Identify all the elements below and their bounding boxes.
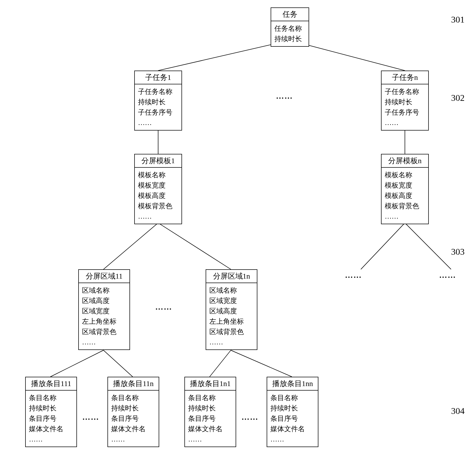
field: 持续时长 <box>188 403 232 413</box>
node-title: 分屏模板n <box>381 154 429 168</box>
svg-line-9 <box>103 350 133 377</box>
svg-line-11 <box>231 350 292 377</box>
row-label-304: 304 <box>451 406 465 416</box>
field: 区域高度 <box>82 296 126 306</box>
node-item-1nn: 播放条目1nn 条目名称 持续时长 条目序号 媒体文件名 …… <box>267 377 318 447</box>
node-task-title: 任务 <box>271 7 309 21</box>
field: …… <box>111 434 155 444</box>
node-title: 子任务1 <box>134 71 182 84</box>
field: …… <box>209 337 254 347</box>
field: 区域背景色 <box>209 327 254 337</box>
node-subtask-n: 子任务n 子任务名称 持续时长 子任务序号 …… <box>381 71 429 131</box>
ellipsis: …… <box>345 271 362 280</box>
row-label-303: 303 <box>451 247 465 257</box>
node-body: 条目名称 持续时长 条目序号 媒体文件名 …… <box>184 391 236 447</box>
field: 模板名称 <box>385 170 425 180</box>
node-body: 模板名称 模板宽度 模板高度 模板背景色 …… <box>134 168 182 224</box>
svg-line-4 <box>103 223 158 269</box>
field: 子任务名称 <box>385 86 425 97</box>
field: 区域名称 <box>209 285 254 296</box>
field: 媒体文件名 <box>270 424 315 434</box>
node-item-1n1: 播放条目1n1 条目名称 持续时长 条目序号 媒体文件名 …… <box>184 377 236 447</box>
field: 区域宽度 <box>209 296 254 306</box>
field: 模板高度 <box>385 191 425 201</box>
node-title: 分屏区域1n <box>206 269 257 283</box>
field: …… <box>188 434 232 444</box>
field: 左上角坐标 <box>209 316 254 327</box>
field: 区域名称 <box>82 285 126 296</box>
node-body: 模板名称 模板宽度 模板高度 模板背景色 …… <box>381 168 429 224</box>
tree-diagram: 301 302 303 304 任务 任务名称 持续时长 子任务1 子任务名称 … <box>0 0 476 450</box>
row-label-301: 301 <box>451 15 465 25</box>
field: …… <box>385 118 425 128</box>
field: …… <box>82 337 126 347</box>
ellipsis: …… <box>155 302 172 311</box>
field: 模板高度 <box>138 191 178 201</box>
field: 区域宽度 <box>82 306 126 316</box>
ellipsis: …… <box>82 413 99 422</box>
field: 条目序号 <box>188 413 232 424</box>
field: 模板名称 <box>138 170 178 180</box>
svg-line-0 <box>158 40 290 71</box>
field: 条目名称 <box>111 393 155 403</box>
svg-line-7 <box>405 223 451 269</box>
field: 模板背景色 <box>138 201 178 211</box>
node-body: 区域名称 区域宽度 区域高度 左上角坐标 区域背景色 …… <box>206 283 257 350</box>
field: 区域高度 <box>209 306 254 316</box>
field: …… <box>270 434 315 444</box>
svg-line-8 <box>50 350 103 377</box>
field: 媒体文件名 <box>111 424 155 434</box>
field: 区域背景色 <box>82 327 126 337</box>
node-body: 子任务名称 持续时长 子任务序号 …… <box>381 84 429 131</box>
node-template-n: 分屏模板n 模板名称 模板宽度 模板高度 模板背景色 …… <box>381 154 429 224</box>
svg-line-10 <box>210 350 231 377</box>
field: 持续时长 <box>385 97 425 107</box>
node-body: 条目名称 持续时长 条目序号 媒体文件名 …… <box>107 391 159 447</box>
ellipsis: …… <box>241 413 258 422</box>
node-region-11: 分屏区域11 区域名称 区域高度 区域宽度 左上角坐标 区域背景色 …… <box>78 269 130 350</box>
field: 条目序号 <box>270 413 315 424</box>
node-title: 播放条目1n1 <box>184 377 236 391</box>
field: 左上角坐标 <box>82 316 126 327</box>
node-body: 条目名称 持续时长 条目序号 媒体文件名 …… <box>267 391 318 447</box>
svg-line-6 <box>361 223 405 269</box>
field: 持续时长 <box>29 403 73 413</box>
node-title: 分屏区域11 <box>78 269 130 283</box>
ellipsis: …… <box>276 92 293 101</box>
row-label-302: 302 <box>451 93 465 103</box>
field: 模板宽度 <box>138 180 178 191</box>
node-subtask-1: 子任务1 子任务名称 持续时长 子任务序号 …… <box>134 71 182 131</box>
node-title: 播放条目111 <box>25 377 77 391</box>
field: 条目名称 <box>29 393 73 403</box>
node-body: 子任务名称 持续时长 子任务序号 …… <box>134 84 182 131</box>
node-item-11n: 播放条目11n 条目名称 持续时长 条目序号 媒体文件名 …… <box>107 377 159 447</box>
field: 媒体文件名 <box>29 424 73 434</box>
node-body: 区域名称 区域高度 区域宽度 左上角坐标 区域背景色 …… <box>78 283 130 350</box>
field: 条目名称 <box>270 393 315 403</box>
field: …… <box>138 118 178 128</box>
node-body: 条目名称 持续时长 条目序号 媒体文件名 …… <box>25 391 77 447</box>
field: …… <box>385 211 425 222</box>
node-task: 任务 任务名称 持续时长 <box>271 7 309 47</box>
field: 任务名称 <box>274 23 305 34</box>
field: 子任务序号 <box>138 107 178 118</box>
field: 模板背景色 <box>385 201 425 211</box>
field: …… <box>138 211 178 222</box>
field: 持续时长 <box>138 97 178 107</box>
node-region-1n: 分屏区域1n 区域名称 区域宽度 区域高度 左上角坐标 区域背景色 …… <box>206 269 257 350</box>
field: 子任务序号 <box>385 107 425 118</box>
node-title: 播放条目11n <box>107 377 159 391</box>
node-item-111: 播放条目111 条目名称 持续时长 条目序号 媒体文件名 …… <box>25 377 77 447</box>
node-template-1: 分屏模板1 模板名称 模板宽度 模板高度 模板背景色 …… <box>134 154 182 224</box>
field: 持续时长 <box>270 403 315 413</box>
field: 持续时长 <box>111 403 155 413</box>
node-title: 分屏模板1 <box>134 154 182 168</box>
field: 模板宽度 <box>385 180 425 191</box>
field: 条目名称 <box>188 393 232 403</box>
node-title: 播放条目1nn <box>267 377 318 391</box>
svg-line-5 <box>158 223 231 269</box>
node-title: 子任务n <box>381 71 429 84</box>
field: 条目序号 <box>29 413 73 424</box>
field: 媒体文件名 <box>188 424 232 434</box>
field: 子任务名称 <box>138 86 178 97</box>
